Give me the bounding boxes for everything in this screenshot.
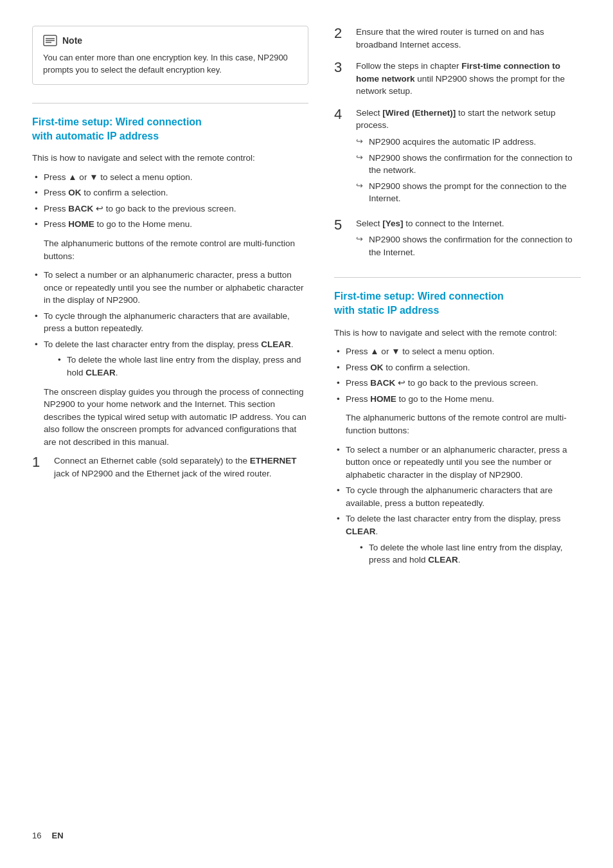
right-bottom-intro: This is how to navigate and select with … <box>334 327 581 339</box>
left-intro-text: This is how to navigate and select with … <box>32 152 308 165</box>
list-item: Press ▲ or ▼ to select a menu option. <box>334 345 581 358</box>
step-5-content: Select [Yes] to connect to the Internet.… <box>356 217 581 262</box>
step-2-number: 2 <box>334 26 348 41</box>
page-number: 16 <box>32 830 41 842</box>
page-language: EN <box>51 830 63 842</box>
right-column: 2 Ensure that the wired router is turned… <box>334 26 581 804</box>
note-box: Note You can enter more than one encrypt… <box>32 26 308 85</box>
list-item: To cycle through the alphanumeric charac… <box>334 484 581 509</box>
list-item: To delete the whole last line entry from… <box>55 354 308 379</box>
step-1-content: Connect an Ethernet cable (sold separate… <box>54 455 308 480</box>
step-3: 3 Follow the steps in chapter First-time… <box>334 60 581 98</box>
left-section-heading: First-time setup: Wired connection with … <box>32 115 308 143</box>
list-item: Press OK to confirm a selection. <box>32 186 308 199</box>
step-4-content: Select [Wired (Ethernet)] to start the n… <box>356 107 581 208</box>
onscreen-para: The onscreen display guides you through … <box>44 386 308 449</box>
step-2-content: Ensure that the wired router is turned o… <box>356 26 581 51</box>
list-item: To delete the whole last line entry from… <box>357 541 581 566</box>
step-5-number: 5 <box>334 217 348 233</box>
list-item: NP2900 shows the confirmation for the co… <box>356 152 581 177</box>
list-item: To select a number or an alphanumeric ch… <box>32 269 308 307</box>
list-item: Press HOME to go to the Home menu. <box>32 218 308 231</box>
list-item: To delete the last character entry from … <box>334 512 581 566</box>
list-item: Press BACK ↩ to go back to the previous … <box>334 377 581 390</box>
multi-function-intro: The alphanumeric buttons of the remote c… <box>44 237 308 262</box>
step-1-number: 1 <box>32 455 46 470</box>
note-icon <box>43 35 57 46</box>
list-item: Press ▲ or ▼ to select a menu option. <box>32 171 308 184</box>
list-item: NP2900 shows the confirmation for the co… <box>356 233 581 258</box>
left-multi-bullet-list: To select a number or an alphanumeric ch… <box>32 269 308 379</box>
list-item: Press OK to confirm a selection. <box>334 361 581 374</box>
right-bottom-sub-bullet-list: To delete the whole last line entry from… <box>357 541 581 566</box>
step-3-content: Follow the steps in chapter First-time c… <box>356 60 581 98</box>
right-section-heading: First-time setup: Wired connection with … <box>334 289 581 317</box>
step-4: 4 Select [Wired (Ethernet)] to start the… <box>334 107 581 208</box>
note-label: Note <box>62 34 82 47</box>
list-item: To cycle through the alphanumeric charac… <box>32 310 308 335</box>
note-header: Note <box>43 34 298 47</box>
page-footer: 16 EN <box>32 824 581 842</box>
step-5: 5 Select [Yes] to connect to the Interne… <box>334 217 581 262</box>
left-bullet-list: Press ▲ or ▼ to select a menu option. Pr… <box>32 171 308 231</box>
list-item: Press BACK ↩ to go back to the previous … <box>32 203 308 215</box>
step-3-number: 3 <box>334 60 348 75</box>
list-item: NP2900 acquires the automatic IP address… <box>356 136 581 149</box>
step-4-arrow-list: NP2900 acquires the automatic IP address… <box>356 136 581 205</box>
list-item: Press HOME to go to the Home menu. <box>334 393 581 406</box>
page: Note You can enter more than one encrypt… <box>0 0 613 868</box>
left-sub-bullet-list: To delete the whole last line entry from… <box>55 354 308 379</box>
note-text: You can enter more than one encryption k… <box>43 52 298 77</box>
two-column-layout: Note You can enter more than one encrypt… <box>32 26 581 804</box>
step-1: 1 Connect an Ethernet cable (sold separa… <box>32 455 308 480</box>
step-2: 2 Ensure that the wired router is turned… <box>334 26 581 51</box>
right-bottom-multi-intro: The alphanumeric buttons of the remote c… <box>346 411 581 437</box>
section-divider-top-left <box>32 103 308 104</box>
step-5-arrow-list: NP2900 shows the confirmation for the co… <box>356 233 581 258</box>
list-item: To select a number or an alphanumeric ch… <box>334 444 581 482</box>
left-column: Note You can enter more than one encrypt… <box>32 26 308 804</box>
section-divider-right <box>334 277 581 278</box>
step-4-number: 4 <box>334 107 348 122</box>
list-item: To delete the last character entry from … <box>32 338 308 379</box>
list-item: NP2900 shows the prompt for the connecti… <box>356 180 581 205</box>
right-bottom-bullet-list: Press ▲ or ▼ to select a menu option. Pr… <box>334 345 581 405</box>
right-bottom-multi-bullet-list: To select a number or an alphanumeric ch… <box>334 444 581 566</box>
